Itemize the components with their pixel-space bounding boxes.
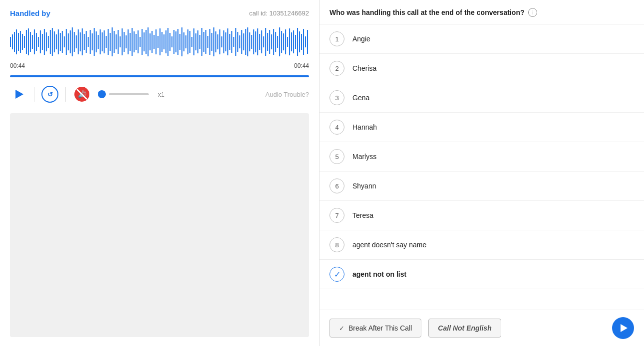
svg-rect-18 bbox=[46, 32, 47, 51]
progress-bar[interactable] bbox=[10, 75, 309, 77]
controls-divider bbox=[34, 87, 34, 102]
svg-rect-74 bbox=[158, 36, 159, 48]
agent-number: 4 bbox=[329, 120, 344, 135]
svg-rect-53 bbox=[116, 34, 117, 49]
svg-rect-141 bbox=[291, 32, 292, 51]
waveform bbox=[10, 24, 309, 59]
svg-rect-70 bbox=[150, 33, 151, 50]
handled-by-row: Handled by call id: 10351246692 bbox=[10, 9, 309, 17]
svg-rect-38 bbox=[86, 31, 87, 53]
svg-rect-42 bbox=[94, 28, 95, 56]
svg-rect-14 bbox=[38, 37, 39, 47]
right-panel: Who was handling this call at the end of… bbox=[320, 0, 644, 346]
svg-rect-106 bbox=[221, 36, 222, 47]
svg-rect-49 bbox=[108, 29, 109, 55]
agent-list-item[interactable]: 1Angie bbox=[320, 24, 644, 54]
svg-rect-132 bbox=[273, 29, 274, 55]
break-btn-label: Break After This Call bbox=[348, 324, 412, 332]
svg-rect-135 bbox=[279, 27, 280, 56]
svg-rect-55 bbox=[120, 36, 121, 47]
agent-number: 7 bbox=[329, 208, 344, 223]
agent-list-item[interactable]: 7Teresa bbox=[320, 201, 644, 230]
svg-rect-134 bbox=[277, 36, 278, 48]
volume-track[interactable] bbox=[109, 93, 149, 95]
next-button[interactable] bbox=[612, 317, 634, 339]
svg-rect-15 bbox=[40, 30, 41, 53]
agent-number: 2 bbox=[329, 61, 344, 76]
left-panel: Handled by call id: 10351246692 bbox=[0, 0, 320, 346]
svg-rect-54 bbox=[118, 30, 119, 54]
agent-list-item[interactable]: 6Shyann bbox=[320, 172, 644, 201]
mute-button[interactable]: 🔊 bbox=[73, 85, 91, 103]
svg-rect-92 bbox=[193, 28, 194, 55]
svg-rect-19 bbox=[48, 36, 49, 48]
svg-rect-124 bbox=[257, 28, 258, 55]
svg-rect-148 bbox=[305, 36, 306, 47]
svg-rect-9 bbox=[28, 28, 29, 55]
call-not-english-button[interactable]: Call Not English bbox=[428, 319, 501, 338]
svg-rect-16 bbox=[42, 34, 43, 50]
svg-rect-131 bbox=[271, 34, 272, 49]
svg-rect-23 bbox=[56, 34, 57, 49]
svg-rect-22 bbox=[54, 31, 55, 52]
replay-button[interactable]: ↺ bbox=[41, 86, 58, 103]
audio-trouble-link[interactable]: Audio Trouble? bbox=[266, 91, 309, 98]
mute-icon: 🔊 bbox=[74, 86, 90, 102]
svg-rect-31 bbox=[72, 27, 73, 56]
svg-rect-97 bbox=[203, 32, 204, 52]
time-end: 00:44 bbox=[294, 62, 309, 69]
agent-list-item[interactable]: 5Marlyss bbox=[320, 142, 644, 172]
info-icon[interactable]: i bbox=[528, 8, 537, 17]
svg-rect-119 bbox=[247, 27, 248, 56]
svg-rect-0 bbox=[10, 37, 11, 47]
svg-rect-44 bbox=[98, 35, 99, 49]
svg-rect-51 bbox=[112, 27, 113, 56]
svg-rect-35 bbox=[80, 32, 81, 51]
agent-list-item[interactable]: 4Hannah bbox=[320, 113, 644, 142]
svg-rect-68 bbox=[146, 30, 147, 54]
svg-rect-2 bbox=[14, 32, 15, 52]
break-after-call-button[interactable]: ✓ Break After This Call bbox=[329, 319, 421, 338]
agent-list-item[interactable]: ✓agent not on list bbox=[320, 260, 644, 289]
svg-rect-27 bbox=[64, 36, 65, 47]
svg-rect-147 bbox=[303, 29, 304, 55]
svg-rect-41 bbox=[92, 33, 93, 50]
play-button[interactable] bbox=[10, 86, 27, 103]
svg-rect-121 bbox=[251, 35, 252, 49]
agent-number: 8 bbox=[329, 237, 344, 252]
svg-rect-90 bbox=[189, 31, 190, 53]
svg-rect-136 bbox=[281, 31, 282, 53]
svg-rect-82 bbox=[173, 30, 174, 54]
svg-rect-146 bbox=[301, 34, 302, 50]
svg-rect-139 bbox=[287, 37, 288, 47]
svg-rect-56 bbox=[122, 28, 123, 55]
svg-rect-83 bbox=[175, 31, 176, 52]
svg-rect-104 bbox=[217, 34, 218, 49]
agent-list-item[interactable]: 8agent doesn't say name bbox=[320, 230, 644, 260]
right-header: Who was handling this call at the end of… bbox=[320, 0, 644, 24]
svg-rect-100 bbox=[209, 29, 210, 55]
agent-list-item[interactable]: 3Gena bbox=[320, 83, 644, 113]
svg-rect-142 bbox=[293, 30, 294, 53]
svg-rect-123 bbox=[255, 31, 256, 52]
svg-rect-117 bbox=[243, 33, 244, 50]
svg-rect-7 bbox=[24, 36, 25, 48]
svg-rect-33 bbox=[76, 35, 77, 48]
svg-rect-144 bbox=[297, 28, 298, 56]
svg-rect-4 bbox=[18, 33, 19, 51]
agent-number: 3 bbox=[329, 90, 344, 105]
volume-knob[interactable] bbox=[98, 90, 106, 98]
svg-rect-128 bbox=[265, 28, 266, 56]
volume-control[interactable] bbox=[98, 90, 149, 98]
controls-divider-2 bbox=[65, 87, 66, 102]
svg-rect-85 bbox=[179, 34, 180, 50]
svg-rect-102 bbox=[213, 27, 214, 56]
svg-rect-28 bbox=[66, 29, 67, 55]
play-icon bbox=[15, 90, 23, 99]
svg-rect-57 bbox=[124, 32, 125, 52]
agent-list-item[interactable]: 2Cherisa bbox=[320, 54, 644, 83]
svg-rect-20 bbox=[50, 30, 51, 54]
svg-rect-61 bbox=[132, 28, 133, 56]
svg-rect-29 bbox=[68, 33, 69, 50]
svg-rect-24 bbox=[58, 29, 59, 54]
